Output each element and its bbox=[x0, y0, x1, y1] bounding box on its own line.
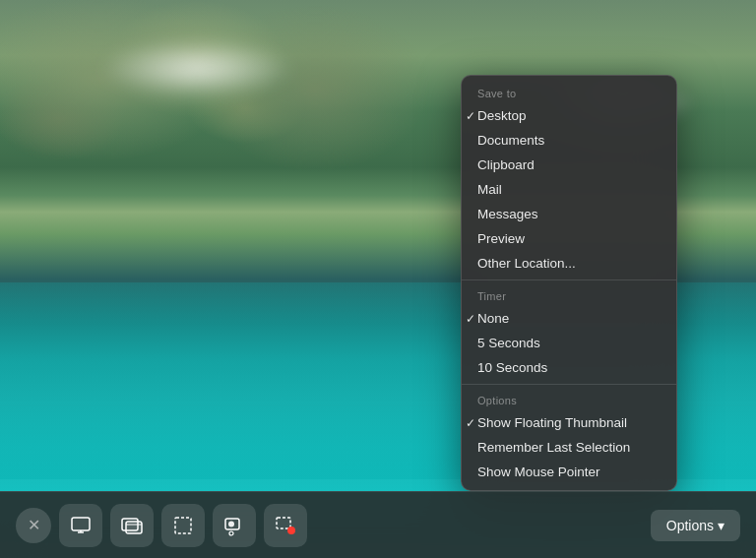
record-selection-button[interactable] bbox=[264, 504, 307, 547]
remember-selection-label: Remember Last Selection bbox=[477, 440, 630, 455]
capture-selection-icon bbox=[172, 515, 194, 536]
svg-rect-4 bbox=[126, 522, 142, 533]
cloud-1 bbox=[98, 39, 295, 98]
close-icon: ✕ bbox=[28, 516, 40, 534]
desktop-checkmark: ✓ bbox=[466, 109, 475, 123]
show-thumbnail-label: Show Floating Thumbnail bbox=[477, 415, 627, 430]
options-chevron-icon: ▾ bbox=[718, 518, 724, 533]
clipboard-label: Clipboard bbox=[477, 157, 535, 172]
divider-2 bbox=[462, 384, 676, 385]
menu-item-other-location[interactable]: Other Location... bbox=[462, 251, 676, 276]
menu-item-timer-5[interactable]: 5 Seconds bbox=[462, 331, 676, 355]
documents-label: Documents bbox=[477, 133, 544, 148]
svg-point-11 bbox=[287, 527, 295, 534]
options-section-label: Options bbox=[462, 389, 676, 410]
close-button[interactable]: ✕ bbox=[16, 508, 51, 543]
menu-item-timer-10[interactable]: 10 Seconds bbox=[462, 355, 676, 380]
mail-label: Mail bbox=[477, 182, 502, 197]
timer-10-label: 10 Seconds bbox=[477, 360, 547, 375]
record-screen-button[interactable] bbox=[213, 504, 256, 547]
capture-window-icon bbox=[121, 515, 143, 536]
messages-label: Messages bbox=[477, 207, 538, 221]
menu-item-messages[interactable]: Messages bbox=[462, 202, 676, 226]
capture-selection-button[interactable] bbox=[161, 504, 205, 547]
svg-point-8 bbox=[229, 531, 233, 535]
other-location-label: Other Location... bbox=[477, 256, 576, 271]
menu-item-desktop[interactable]: ✓ Desktop bbox=[462, 103, 676, 128]
menu-item-show-pointer[interactable]: Show Mouse Pointer bbox=[462, 460, 676, 484]
options-button[interactable]: Options ▾ bbox=[651, 510, 740, 541]
timer-5-label: 5 Seconds bbox=[477, 336, 540, 350]
preview-label: Preview bbox=[477, 231, 525, 246]
menu-item-clipboard[interactable]: Clipboard bbox=[462, 153, 676, 177]
menu-item-timer-none[interactable]: ✓ None bbox=[462, 306, 676, 331]
desktop-label: Desktop bbox=[477, 108, 527, 123]
menu-item-preview[interactable]: Preview bbox=[462, 226, 676, 251]
capture-screen-icon bbox=[70, 515, 92, 536]
capture-screen-button[interactable] bbox=[59, 504, 102, 547]
menu-item-remember-selection[interactable]: Remember Last Selection bbox=[462, 435, 676, 460]
options-label: Options bbox=[666, 518, 714, 533]
svg-rect-6 bbox=[175, 518, 191, 533]
menu-item-show-thumbnail[interactable]: ✓ Show Floating Thumbnail bbox=[462, 410, 676, 435]
save-to-section-label: Save to bbox=[462, 82, 676, 103]
record-screen-icon bbox=[223, 515, 245, 536]
timer-section-label: Timer bbox=[462, 284, 676, 306]
show-pointer-label: Show Mouse Pointer bbox=[477, 465, 600, 479]
svg-rect-0 bbox=[72, 518, 90, 530]
capture-window-button[interactable] bbox=[110, 504, 154, 547]
timer-none-checkmark: ✓ bbox=[466, 312, 475, 326]
svg-point-9 bbox=[228, 521, 234, 527]
menu-item-documents[interactable]: Documents bbox=[462, 128, 676, 153]
dropdown-menu: Save to ✓ Desktop Documents Clipboard Ma… bbox=[461, 75, 677, 491]
svg-rect-10 bbox=[277, 518, 290, 528]
record-selection-icon bbox=[275, 515, 296, 536]
divider-1 bbox=[462, 279, 676, 280]
menu-item-mail[interactable]: Mail bbox=[462, 177, 676, 202]
timer-none-label: None bbox=[477, 311, 509, 326]
show-thumbnail-checkmark: ✓ bbox=[466, 416, 475, 430]
toolbar: ✕ bbox=[0, 491, 756, 558]
